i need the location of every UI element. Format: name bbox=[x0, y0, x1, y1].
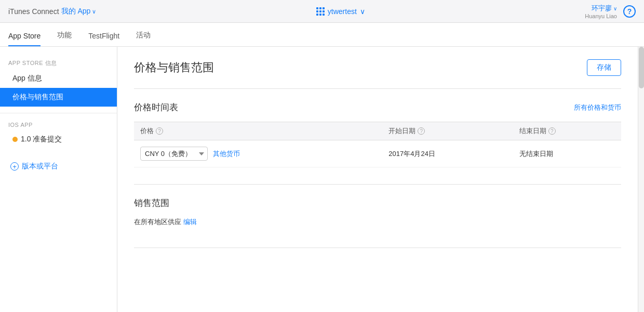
itunes-connect-label: iTunes Connect bbox=[8, 7, 59, 16]
scrollbar-thumb[interactable] bbox=[639, 47, 644, 88]
secondary-nav: App Store 功能 TestFlight 活动 bbox=[0, 23, 644, 47]
sidebar-item-app-info[interactable]: App 信息 bbox=[0, 69, 117, 88]
sales-divider bbox=[134, 184, 621, 185]
user-name-en: Huanyu Liao bbox=[585, 13, 617, 19]
sales-description: 在所有地区供应编辑 bbox=[134, 217, 621, 227]
tab-activity[interactable]: 活动 bbox=[136, 31, 151, 46]
sidebar: APP STORE 信息 App 信息 价格与销售范围 IOS APP 1.0 … bbox=[0, 47, 117, 312]
app-switcher-chevron: ∨ bbox=[360, 7, 365, 16]
app-switcher-area: ytwertest ∨ bbox=[96, 7, 585, 16]
platform-label: 版本或平台 bbox=[22, 162, 58, 171]
top-nav: iTunes Connect 我的 App ytwertest ∨ 环宇廖 Hu… bbox=[0, 0, 644, 23]
bottom-divider bbox=[134, 248, 621, 248]
end-date-help-icon[interactable]: ? bbox=[548, 127, 556, 135]
page-header: 价格与销售范围 存储 bbox=[134, 59, 621, 76]
user-name-cn: 环宇廖 bbox=[592, 4, 617, 13]
tab-app-store[interactable]: App Store bbox=[8, 32, 41, 46]
th-price-label: 价格 bbox=[140, 126, 154, 136]
price-table: 价格 ? 开始日期 ? 结束日期 ? bbox=[134, 122, 621, 167]
help-button[interactable]: ? bbox=[623, 5, 636, 18]
save-button[interactable]: 存储 bbox=[587, 59, 621, 76]
main-layout: APP STORE 信息 App 信息 价格与销售范围 IOS APP 1.0 … bbox=[0, 47, 644, 312]
sales-section-title: 销售范围 bbox=[134, 197, 169, 209]
add-platform-icon: + bbox=[10, 162, 19, 171]
start-date-cell: 2017年4月24日 bbox=[382, 140, 513, 167]
start-date-help-icon[interactable]: ? bbox=[418, 127, 425, 135]
my-app-link[interactable]: 我的 App bbox=[61, 7, 97, 16]
scrollbar[interactable] bbox=[638, 47, 644, 312]
all-prices-link[interactable]: 所有价格和货币 bbox=[574, 103, 621, 112]
sidebar-item-version[interactable]: 1.0 准备提交 bbox=[0, 130, 117, 149]
price-schedule-title: 价格时间表 bbox=[134, 101, 178, 113]
price-select[interactable]: CNY 0（免费） bbox=[140, 147, 208, 161]
user-menu[interactable]: 环宇廖 Huanyu Liao bbox=[585, 4, 617, 19]
main-content: 价格与销售范围 存储 价格时间表 所有价格和货币 价格 ? bbox=[117, 47, 638, 312]
th-end-label: 结束日期 bbox=[519, 126, 546, 136]
brand: iTunes Connect 我的 App bbox=[8, 7, 96, 16]
price-help-icon[interactable]: ? bbox=[156, 127, 163, 135]
version-status-dot bbox=[12, 137, 18, 142]
sidebar-item-price[interactable]: 价格与销售范围 bbox=[0, 88, 117, 107]
tab-features[interactable]: 功能 bbox=[57, 31, 72, 46]
page-title: 价格与销售范围 bbox=[134, 60, 214, 75]
sidebar-section2-label: IOS APP bbox=[0, 120, 117, 130]
end-date-cell: 无结束日期 bbox=[513, 140, 621, 167]
header-divider bbox=[134, 88, 621, 89]
sales-section-header: 销售范围 bbox=[134, 197, 621, 209]
sales-desc-text: 在所有地区供应 bbox=[134, 218, 181, 226]
sales-section: 销售范围 在所有地区供应编辑 bbox=[134, 197, 621, 227]
sidebar-item-platform[interactable]: + 版本或平台 bbox=[0, 157, 117, 176]
table-header-row: 价格 ? 开始日期 ? 结束日期 ? bbox=[134, 122, 621, 140]
table-row: CNY 0（免费） 其他货币 2017年4月24日 无结束日期 bbox=[134, 140, 621, 167]
sidebar-section1-label: APP STORE 信息 bbox=[0, 55, 117, 69]
sidebar-divider bbox=[0, 113, 117, 113]
app-switcher-name: ytwertest bbox=[328, 7, 357, 16]
other-currency-link[interactable]: 其他货币 bbox=[213, 149, 240, 159]
grid-icon bbox=[316, 7, 325, 16]
th-start-label: 开始日期 bbox=[388, 126, 415, 136]
sales-edit-link[interactable]: 编辑 bbox=[183, 218, 197, 226]
version-label: 1.0 准备提交 bbox=[21, 135, 62, 144]
price-cell: CNY 0（免费） 其他货币 bbox=[134, 140, 382, 167]
price-select-wrap: CNY 0（免费） 其他货币 bbox=[140, 147, 376, 161]
th-price: 价格 ? bbox=[134, 122, 382, 140]
th-start-date: 开始日期 ? bbox=[382, 122, 513, 140]
top-nav-right: 环宇廖 Huanyu Liao ? bbox=[585, 4, 636, 19]
app-switcher[interactable]: ytwertest ∨ bbox=[316, 7, 365, 16]
tab-testflight[interactable]: TestFlight bbox=[88, 32, 119, 46]
th-end-date: 结束日期 ? bbox=[513, 122, 621, 140]
price-schedule-header: 价格时间表 所有价格和货币 bbox=[134, 101, 621, 113]
